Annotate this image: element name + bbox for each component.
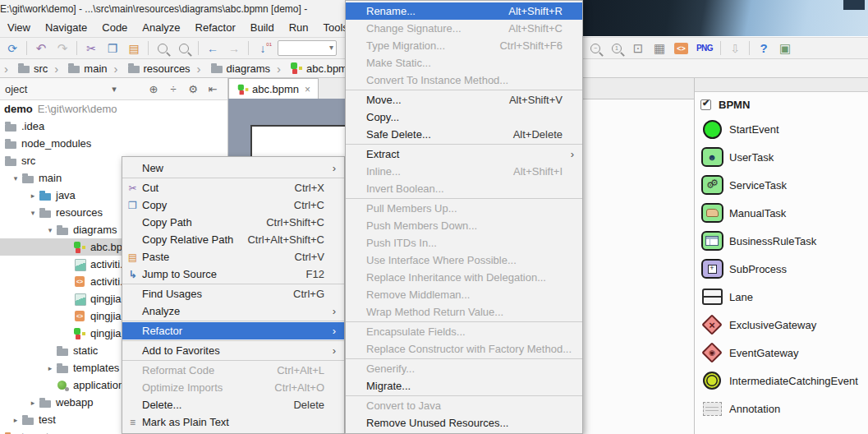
- chevron-icon[interactable]: ▸: [10, 416, 21, 424]
- panel-button-panel-dropdown[interactable]: ▾: [104, 84, 124, 95]
- toolbar-button-line-numbers[interactable]: ↓: [252, 39, 273, 58]
- palette-group-header[interactable]: BPMN: [695, 94, 868, 115]
- panel-button-hide-panel[interactable]: ⇤: [203, 83, 223, 95]
- palette-item-eventgateway[interactable]: EventGateway: [695, 339, 868, 367]
- tab-close-icon[interactable]: ×: [305, 84, 310, 95]
- refactor-menu-item-move[interactable]: Move... Alt+Shift+V: [346, 91, 582, 108]
- chevron-icon[interactable]: ▸: [27, 192, 39, 200]
- refactor-menu-item-rename[interactable]: Rename... Alt+Shift+R: [346, 2, 582, 20]
- menubar-item-refactor[interactable]: Refactor: [188, 18, 243, 37]
- refactor-menu-item-encapsulate-fields[interactable]: Encapsulate Fields...: [346, 323, 582, 340]
- refactor-menu-item-change-signature[interactable]: Change Signature... Alt+Shift+C: [346, 20, 582, 37]
- palette-item-manualtask[interactable]: ManualTask: [695, 199, 868, 227]
- context-menu-item-jump-to-source[interactable]: Jump to Source F12: [122, 265, 344, 283]
- toolbar-button-export-png[interactable]: PNG: [692, 39, 717, 58]
- menubar-item-code[interactable]: Code: [94, 18, 135, 37]
- refactor-menu-item-remove-middleman[interactable]: Remove Middleman...: [346, 286, 582, 303]
- toolbar-button-import[interactable]: ⇩: [724, 39, 746, 58]
- refactor-menu-item-pull-members-up[interactable]: Pull Members Up...: [346, 200, 582, 217]
- chevron-icon[interactable]: ▾: [27, 209, 39, 217]
- refactor-menu-item-push-itds-in[interactable]: Push ITDs In...: [346, 234, 582, 252]
- panel-button-collapse-all[interactable]: ÷: [163, 83, 183, 95]
- toolbar-button-undo[interactable]: ↶: [30, 39, 52, 58]
- toolbar-button-copy[interactable]: ❐: [102, 39, 123, 58]
- refactor-menu-item-replace-constructor-with-factory-method[interactable]: Replace Constructor with Factory Method.…: [346, 340, 582, 358]
- menubar-item-run[interactable]: Run: [282, 18, 316, 37]
- refactor-menu-item-copy[interactable]: Copy...: [346, 108, 582, 126]
- toolbar-button-zoom-actual[interactable]: [606, 39, 627, 58]
- palette-item-usertask[interactable]: UserTask: [695, 143, 868, 171]
- context-menu-item-copy-path[interactable]: Copy Path Ctrl+Shift+C: [122, 214, 344, 231]
- context-menu-item-new[interactable]: New ›: [122, 159, 344, 177]
- refactor-menu-item-migrate[interactable]: Migrate...: [346, 377, 582, 395]
- toolbar-button-forward[interactable]: →: [223, 39, 245, 58]
- refactor-menu-item-push-members-down[interactable]: Push Members Down...: [346, 217, 582, 234]
- refactor-menu-item-extract[interactable]: Extract ›: [346, 145, 582, 163]
- tree-item-node-modules[interactable]: node_modules: [0, 135, 227, 152]
- chevron-icon[interactable]: ▸: [44, 364, 56, 372]
- toolbar-button-paste[interactable]: ▤: [123, 39, 145, 58]
- context-menu-item-paste[interactable]: Paste Ctrl+V: [122, 248, 344, 265]
- menubar-item-analyze[interactable]: Analyze: [135, 18, 187, 37]
- toolbar-button-cut[interactable]: ✂: [80, 39, 102, 58]
- refactor-menu-item-remove-unused-resources[interactable]: Remove Unused Resources...: [346, 414, 582, 432]
- breadcrumb-item-src[interactable]: src: [12, 62, 50, 75]
- toolbar-button-find[interactable]: [152, 39, 173, 58]
- context-menu-item-reformat-code[interactable]: Reformat Code Ctrl+Alt+L: [122, 362, 344, 379]
- tree-item-demo[interactable]: demo E:\git\work\demo: [0, 100, 227, 118]
- breadcrumb-item-resources[interactable]: resources: [122, 62, 193, 75]
- refactor-menu-item-convert-to-instance-method[interactable]: Convert To Instance Method...: [346, 72, 582, 89]
- context-menu-item-mark-as-plain-text[interactable]: Mark as Plain Text: [122, 413, 344, 431]
- toolbar-button-redo[interactable]: ↷: [52, 39, 73, 58]
- palette-item-subprocess[interactable]: SubProcess: [695, 255, 868, 283]
- refactor-menu-item-replace-inheritance-with-delegation[interactable]: Replace Inheritance with Delegation...: [346, 269, 582, 286]
- refactor-menu-item-make-static[interactable]: Make Static...: [346, 54, 582, 72]
- menubar-item-build[interactable]: Build: [243, 18, 282, 37]
- breadcrumb-item-diagrams[interactable]: diagrams: [205, 62, 273, 75]
- palette-item-servicetask[interactable]: ServiceTask: [695, 171, 868, 199]
- toolbar-button-save[interactable]: ▣: [774, 39, 796, 58]
- context-menu-item-copy[interactable]: Copy Ctrl+C: [122, 196, 344, 214]
- palette-item-annotation[interactable]: Annotation: [695, 395, 868, 422]
- toolbar-button-fit-content[interactable]: ⊡: [627, 39, 649, 58]
- chevron-icon[interactable]: ▾: [44, 226, 56, 234]
- context-menu-item-cut[interactable]: Cut Ctrl+X: [122, 179, 344, 196]
- context-menu-item-analyze[interactable]: Analyze ›: [122, 302, 344, 320]
- bpmn-checkbox[interactable]: [700, 99, 711, 110]
- refactor-menu-item-safe-delete[interactable]: Safe Delete... Alt+Delete: [346, 126, 582, 143]
- breadcrumb-item-main[interactable]: main: [62, 62, 109, 75]
- toolbar-button-run-configuration[interactable]: [278, 40, 337, 56]
- toolbar-button-help[interactable]: ?: [753, 39, 774, 58]
- menubar-item-view[interactable]: View: [0, 18, 38, 37]
- context-menu-item-add-to-favorites[interactable]: Add to Favorites ›: [122, 342, 344, 359]
- refactor-menu-item-wrap-method-return-value[interactable]: Wrap Method Return Value...: [346, 303, 582, 321]
- palette-item-intermediatecatchingevent[interactable]: IntermediateCatchingEvent: [695, 367, 868, 395]
- refactor-menu-item-generify[interactable]: Generify...: [346, 360, 582, 377]
- context-menu-item-delete[interactable]: Delete... Delete: [122, 396, 344, 413]
- context-menu-item-copy-relative-path[interactable]: Copy Relative Path Ctrl+Alt+Shift+C: [122, 231, 344, 248]
- panel-button-locate[interactable]: ⊕: [144, 83, 163, 95]
- refactor-menu-item-type-migration[interactable]: Type Migration... Ctrl+Shift+F6: [346, 37, 582, 54]
- palette-item-lane[interactable]: Lane: [695, 283, 868, 311]
- toolbar-button-back[interactable]: ←: [202, 39, 223, 58]
- toolbar-button-zoom-out[interactable]: [585, 39, 606, 58]
- palette-item-businessruletask[interactable]: BusinessRuleTask: [695, 227, 868, 255]
- context-menu-item-optimize-imports[interactable]: Optimize Imports Ctrl+Alt+O: [122, 379, 344, 396]
- refactor-menu-item-inline[interactable]: Inline... Alt+Shift+I: [346, 163, 582, 180]
- context-menu-item-find-usages[interactable]: Find Usages Ctrl+G: [122, 285, 344, 302]
- toolbar-button-export-xml[interactable]: <>: [674, 43, 688, 54]
- tree-item-idea[interactable]: .idea: [0, 118, 227, 135]
- context-menu-item-refactor[interactable]: Refactor ›: [122, 322, 344, 339]
- refactor-menu-item-use-interface-where-possible[interactable]: Use Interface Where Possible...: [346, 252, 582, 269]
- toolbar-button-search[interactable]: [173, 39, 195, 58]
- chevron-icon[interactable]: ▸: [27, 399, 39, 407]
- palette-item-exclusivegateway[interactable]: ExclusiveGateway: [695, 311, 868, 339]
- toolbar-button-grid[interactable]: ▦: [649, 39, 670, 58]
- refactor-menu-item-invert-boolean[interactable]: Invert Boolean...: [346, 180, 582, 197]
- palette-item-startevent[interactable]: StartEvent: [695, 115, 868, 143]
- panel-button-settings[interactable]: ⚙: [183, 83, 203, 95]
- refactor-menu-item-convert-to-java[interactable]: Convert to Java: [346, 397, 582, 414]
- chevron-icon[interactable]: ▾: [10, 174, 21, 182]
- tab-abc-bpmn[interactable]: abc.bpmn ×: [228, 78, 319, 99]
- menubar-item-navigate[interactable]: Navigate: [38, 18, 94, 37]
